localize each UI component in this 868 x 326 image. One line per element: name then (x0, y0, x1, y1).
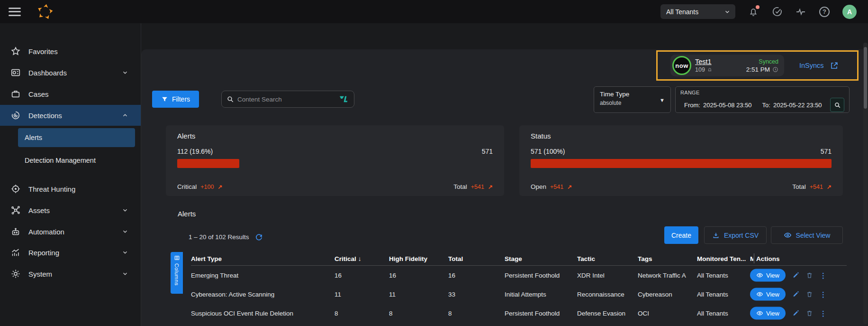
header-stage[interactable]: Stage (505, 255, 576, 262)
insyncs-link[interactable]: InSyncs (799, 62, 824, 69)
bell-small-icon (707, 67, 713, 73)
card-bottom-right-label: Total (792, 183, 806, 190)
card-right-value: 571 (482, 148, 493, 155)
view-button-label: View (766, 291, 779, 298)
table-row[interactable]: Suspicious OCI Event Rule Deletion 8 8 8… (191, 304, 847, 323)
chevron-down-icon (122, 69, 128, 76)
sync-name-link[interactable]: Test1 (695, 58, 713, 65)
delete-trash-icon[interactable] (806, 272, 813, 279)
time-range-control[interactable]: RANGE From: 2025-05-08 23:50 To: 2025-05… (675, 86, 850, 113)
time-type-dropdown[interactable]: Time Type absolute ▼ (594, 86, 671, 113)
more-options-icon[interactable]: ⋮ (820, 309, 827, 317)
sidebar-item-automation[interactable]: Automation (0, 221, 141, 242)
cell-tactic: Defense Evasion (577, 310, 636, 317)
main-content: now Test1 109 Synced 2:51 PM InSyncs (141, 49, 868, 326)
delete-trash-icon[interactable] (806, 291, 813, 298)
table-row[interactable]: Emerging Threat 16 16 16 Persistent Foot… (191, 266, 847, 285)
avatar-initial: A (847, 8, 852, 16)
refresh-icon[interactable] (255, 233, 263, 241)
columns-button[interactable]: Columns (171, 252, 183, 294)
header-tactic[interactable]: Tactic (577, 255, 636, 262)
view-button-label: View (766, 310, 779, 317)
edit-pencil-icon[interactable] (792, 272, 799, 279)
header-actions: Actions (756, 255, 780, 262)
card-bottom-left-label: Critical (177, 183, 197, 190)
edit-pencil-icon[interactable] (792, 291, 799, 298)
notification-badge (756, 5, 760, 9)
tenant-selector[interactable]: All Tenants (660, 4, 735, 19)
card-title: Alerts (177, 132, 493, 140)
chevron-down-icon (122, 270, 128, 277)
sync-time-value: 2:51 PM (746, 66, 770, 73)
trend-up-icon: ↗ (567, 184, 572, 190)
range-search-button[interactable] (830, 98, 844, 112)
sidebar-item-dashboards[interactable]: Dashboards (0, 62, 141, 83)
menu-icon[interactable] (9, 8, 21, 16)
notifications-bell-icon[interactable] (748, 6, 759, 18)
card-left-value: 112 (19.6%) (177, 148, 213, 155)
scrollbar-thumb[interactable] (864, 47, 867, 109)
sidebar-subitem-detection-management[interactable]: Detection Management (18, 151, 135, 170)
select-view-button[interactable]: Select View (771, 226, 843, 244)
header-tags[interactable]: Tags (638, 255, 691, 262)
edit-pencil-icon[interactable] (792, 310, 799, 317)
query-language-icon[interactable] (339, 95, 349, 103)
dropdown-arrow-icon: ▼ (660, 97, 665, 103)
activity-pulse-icon[interactable] (795, 6, 806, 18)
sync-time: 2:51 PM (746, 66, 778, 73)
header-monitored-tenants[interactable]: Monitored Ten... (697, 255, 747, 262)
chevron-down-icon (122, 207, 128, 214)
view-button[interactable]: View (750, 288, 786, 301)
sidebar-item-label: System (28, 270, 52, 278)
tasks-check-icon[interactable] (771, 6, 783, 18)
sidebar-item-cases[interactable]: Cases (0, 84, 141, 104)
table-header-row: Alert Type Critical↓ High Fidelity Total… (191, 251, 847, 266)
sidebar-subitem-alerts[interactable]: Alerts (18, 128, 135, 147)
pinned-column-divider (754, 253, 754, 263)
sidebar-item-threat-hunting[interactable]: Threat Hunting (0, 178, 141, 199)
filters-button[interactable]: Filters (152, 91, 199, 108)
export-csv-button[interactable]: Export CSV (704, 226, 767, 244)
chevron-up-icon (122, 112, 128, 119)
cell-alert-type: Emerging Threat (191, 272, 328, 279)
progress-bar-fill (177, 159, 239, 168)
tenant-selector-value: All Tenants (666, 8, 698, 16)
more-options-icon[interactable]: ⋮ (820, 271, 827, 279)
cell-stage: Persistent Foothold (505, 272, 576, 279)
sidebar-item-reporting[interactable]: Reporting (0, 242, 141, 263)
content-search-input[interactable] (237, 96, 335, 103)
create-button[interactable]: Create (664, 226, 698, 244)
view-button[interactable]: View (750, 269, 786, 282)
top-bar: All Tenants ? A (0, 0, 868, 23)
header-clipped-column: M (750, 255, 753, 262)
sidebar-item-label: Cases (28, 90, 49, 98)
header-critical[interactable]: Critical↓ (335, 255, 362, 262)
header-high-fidelity[interactable]: High Fidelity (389, 255, 427, 262)
table-row[interactable]: Cybereason: Active Scanning 11 11 33 Ini… (191, 285, 847, 304)
results-count-text: 1 – 20 of 102 Results (189, 233, 249, 241)
cell-total: 16 (448, 272, 455, 279)
user-avatar[interactable]: A (842, 5, 857, 19)
more-options-icon[interactable]: ⋮ (820, 290, 827, 298)
cell-monitored-tenants: All Tenants (697, 272, 747, 279)
cell-total: 33 (448, 291, 455, 298)
alerts-table: Alert Type Critical↓ High Fidelity Total… (191, 251, 847, 323)
sidebar-item-assets[interactable]: Assets (0, 200, 141, 221)
range-to-value[interactable]: 2025-05-22 23:50 (773, 102, 822, 109)
help-icon[interactable]: ? (819, 6, 830, 18)
view-button[interactable]: View (750, 307, 786, 320)
header-total[interactable]: Total (448, 255, 463, 262)
sidebar-item-detections[interactable]: Detections (0, 105, 141, 126)
status-summary-card: Status 571 (100%) 571 Open +541 ↗ Total … (519, 125, 843, 196)
progress-bar-track (177, 159, 493, 168)
external-link-icon[interactable] (830, 61, 839, 70)
cell-critical: 11 (335, 291, 341, 298)
delta-value: +100 (200, 184, 214, 190)
sidebar-item-favorites[interactable]: Favorites (0, 41, 141, 62)
filters-button-label: Filters (172, 95, 190, 103)
sidebar-item-system[interactable]: System (0, 263, 141, 284)
range-from-value[interactable]: 2025-05-08 23:50 (703, 102, 752, 109)
header-alert-type[interactable]: Alert Type (191, 255, 328, 262)
delete-trash-icon[interactable] (806, 310, 813, 317)
dashboard-icon (10, 67, 21, 78)
